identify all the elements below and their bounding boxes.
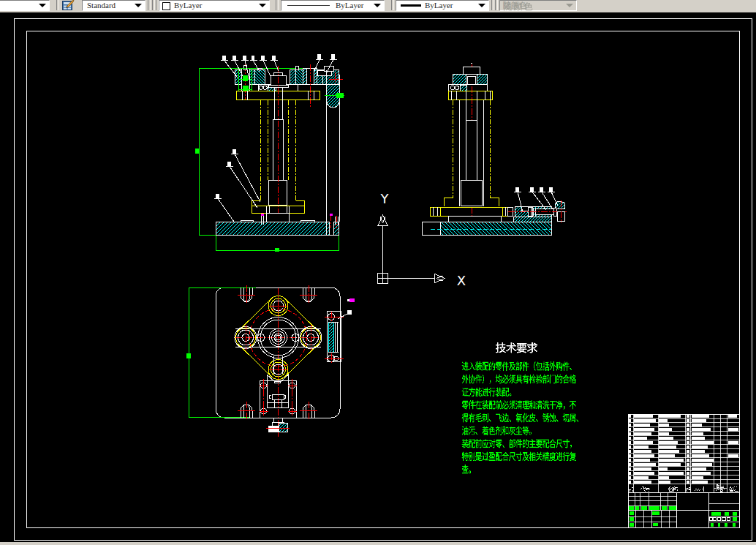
toolbar: StandardByLayerByLayerByLayer随颜色 [0, 0, 756, 13]
parts-list-bar [687, 476, 689, 479]
plot-style-combo[interactable]: 随颜色 [499, 0, 577, 11]
color-combo[interactable]: ByLayer [159, 0, 270, 11]
parts-list-bar [659, 437, 673, 440]
parts-list-bar [728, 454, 738, 457]
parts-list-bar [634, 463, 656, 466]
linetype-combo[interactable]: ByLayer [281, 0, 385, 11]
color-combo-arrow[interactable] [258, 1, 267, 9]
parts-list-bar [687, 415, 689, 418]
parts-list-bar [629, 481, 631, 484]
text-style-combo-value: Standard [87, 1, 116, 10]
parts-list-bar [659, 476, 669, 479]
parts-list-bar [687, 437, 689, 440]
parts-list-bar [629, 441, 631, 444]
title-block-signature-mark [629, 506, 634, 510]
tech-requirements-body-glyphs [462, 361, 578, 473]
parts-list-bar [629, 424, 631, 426]
parts-list-bar [634, 450, 651, 453]
parts-list-bar [659, 472, 684, 475]
title-block-stamp-box [727, 518, 730, 521]
title-block-signature-mark [662, 506, 667, 510]
plan-view-dimensions [186, 287, 257, 418]
title-block-signature-mark [711, 523, 714, 527]
title-block-signature-mark [725, 512, 729, 516]
title-block-stamp-box [710, 518, 713, 521]
title-block-stamp-box [714, 518, 717, 521]
parts-list-bar [659, 428, 672, 431]
parts-list-bar [659, 424, 669, 426]
parts-list-bar [728, 441, 738, 444]
parts-list-bar [692, 481, 708, 484]
parts-list-bar [659, 454, 675, 457]
parts-list-bar [629, 415, 631, 418]
title-block-signature-mark [641, 506, 648, 510]
parts-list-bar [634, 432, 651, 435]
tech-requirements: 技术要求进入装配的零件及部件（包括外购件、外协件），均必须具有检验部门的合格证方… [461, 342, 635, 476]
layer-combo[interactable] [0, 0, 50, 11]
parts-list-bar [629, 467, 631, 470]
text-style-combo[interactable]: Standard [82, 0, 145, 11]
window-bottom-edge [0, 542, 756, 545]
parts-list-bar [629, 459, 631, 462]
text-style-manager-button[interactable] [59, 0, 81, 11]
parts-list-bar [692, 472, 711, 475]
parts-list-bar [634, 437, 647, 440]
lineweight-combo-arrow[interactable] [477, 1, 486, 9]
parts-list-bar [687, 446, 689, 448]
toolbar-separator [391, 0, 394, 10]
toolbar-separator [152, 0, 155, 10]
toolbar-separator [491, 0, 494, 10]
parts-list-bar [659, 446, 676, 448]
parts-list-bar [687, 450, 689, 453]
parts-list-bar [634, 454, 654, 457]
title-block-signature-mark [711, 512, 720, 516]
text-style-combo-arrow[interactable] [134, 1, 143, 9]
parts-list-bar [629, 476, 631, 479]
ucs-y-label: Y [380, 191, 390, 206]
lineweight-combo[interactable]: ByLayer [396, 0, 489, 11]
parts-list-table: 序号代号名称数量材料重量单件总计备注 [628, 414, 739, 527]
side-view-clamp-assembly [508, 200, 567, 223]
side-view-base-plate [422, 222, 551, 236]
toolbar-separator [495, 0, 498, 10]
parts-list-bar [692, 432, 703, 435]
parts-list-bar [687, 481, 689, 484]
parts-list-bar [692, 459, 714, 462]
parts-list-bar [692, 415, 709, 418]
parts-list-bar [634, 424, 650, 426]
parts-list-bar [629, 446, 631, 448]
title-block-signature-mark [630, 517, 634, 521]
parts-list-bar [692, 476, 703, 479]
parts-list-bar [692, 441, 714, 444]
parts-list-bar [687, 424, 689, 426]
parts-list-bar [687, 459, 689, 462]
layer-combo-arrow[interactable] [38, 1, 47, 9]
parts-list-bar [629, 472, 631, 475]
parts-list-bar [634, 428, 654, 431]
title-block-signature-mark [635, 506, 639, 510]
drawing-canvas[interactable]: YX技术要求进入装配的零件及部件（包括外购件、外协件），均必须具有检验部门的合格… [0, 12, 756, 545]
parts-list-bar [692, 446, 708, 448]
linetype-combo-value: ByLayer [336, 1, 363, 10]
parts-list-bar [634, 415, 653, 418]
title-block-signature-mark [725, 523, 727, 527]
toolbar-separator [276, 0, 279, 10]
parts-list-bar [629, 463, 631, 466]
linetype-combo-arrow[interactable] [373, 1, 382, 9]
title-block-signature-mark [630, 523, 634, 527]
parts-list-bar [692, 450, 705, 453]
ucs-x-label: X [457, 273, 466, 288]
parts-list-bar [634, 467, 651, 470]
title-block-signature-mark [733, 512, 737, 516]
parts-list-bar [687, 428, 689, 431]
parts-list-bar [634, 441, 653, 444]
plot-style-combo-arrow[interactable] [565, 1, 574, 9]
parts-list-bar [659, 463, 681, 466]
side-view [422, 64, 567, 236]
parts-list-bar [659, 450, 679, 453]
title-block-signature-mark [718, 523, 721, 527]
parts-list-bar [634, 459, 650, 462]
parts-list-bar [659, 459, 684, 462]
parts-list-bar [692, 428, 711, 431]
parts-list-bar [659, 432, 669, 435]
